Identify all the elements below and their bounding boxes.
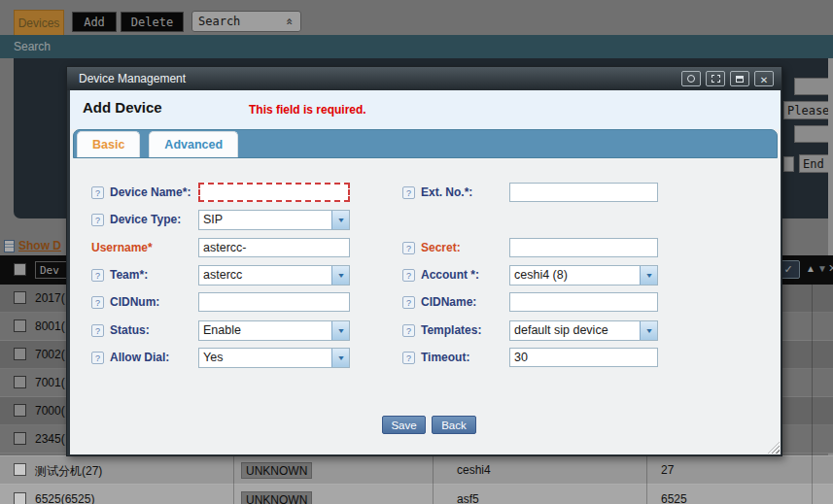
tab-basic-label: Basic bbox=[92, 138, 124, 151]
device-name-field[interactable] bbox=[198, 183, 350, 202]
tab-advanced[interactable]: Advanced bbox=[149, 131, 238, 157]
row-checkbox[interactable] bbox=[14, 463, 26, 476]
account-value: ceshi4 (8) bbox=[510, 268, 640, 282]
dialog-body: Add Device This field is required. Basic… bbox=[70, 90, 781, 454]
cidnum-field[interactable] bbox=[198, 292, 350, 312]
username-field[interactable] bbox=[198, 238, 350, 257]
fullscreen-button[interactable] bbox=[706, 71, 725, 86]
team-select[interactable]: astercc bbox=[198, 265, 350, 286]
account-label: Account *: bbox=[421, 268, 479, 282]
templates-select[interactable]: default sip device bbox=[509, 320, 658, 341]
allow-dial-select[interactable]: Yes bbox=[198, 348, 350, 368]
validation-error-text: This field is required. bbox=[249, 103, 366, 117]
device-name: 测试分机(27) bbox=[35, 463, 102, 480]
allow-dial-label: Allow Dial: bbox=[110, 351, 169, 364]
help-icon[interactable] bbox=[402, 269, 415, 282]
chevron-down-icon[interactable] bbox=[331, 349, 349, 367]
help-icon[interactable] bbox=[91, 269, 104, 282]
device-name: 6525(6525) bbox=[35, 492, 94, 504]
help-icon[interactable] bbox=[91, 186, 104, 199]
secret-label: Secret: bbox=[421, 241, 461, 254]
device-management-dialog: Device Management Add Device This field … bbox=[66, 66, 782, 456]
help-icon[interactable] bbox=[91, 352, 104, 364]
device-type-label: Device Type: bbox=[110, 213, 181, 226]
status-select[interactable]: Enable bbox=[198, 320, 350, 341]
table-row[interactable]: 6525(6525) UNKNOWN asf5 6525 bbox=[0, 486, 833, 504]
collapse-button[interactable] bbox=[681, 71, 701, 86]
ext-no-label: Ext. No.*: bbox=[421, 185, 472, 199]
templates-value: default sip device bbox=[510, 323, 640, 337]
dialog-title: Device Management bbox=[79, 72, 681, 85]
restore-icon bbox=[736, 76, 744, 83]
chevron-down-icon[interactable] bbox=[640, 321, 657, 340]
status-badge: UNKNOWN bbox=[241, 462, 312, 479]
help-icon[interactable] bbox=[402, 352, 415, 364]
close-button[interactable] bbox=[754, 71, 774, 86]
device-name-label: Device Name*: bbox=[110, 185, 191, 199]
timeout-field[interactable] bbox=[509, 348, 658, 367]
back-button[interactable]: Back bbox=[432, 416, 476, 434]
templates-label: Templates: bbox=[421, 323, 481, 337]
dialog-header: Add Device This field is required. bbox=[70, 90, 781, 129]
help-icon[interactable] bbox=[402, 296, 415, 309]
account-cell: ceshi4 bbox=[457, 463, 491, 477]
allow-dial-value: Yes bbox=[199, 351, 331, 364]
tab-basic[interactable]: Basic bbox=[77, 131, 140, 157]
collapse-icon bbox=[687, 75, 695, 83]
chevron-down-icon[interactable] bbox=[331, 321, 349, 340]
status-label: Status: bbox=[110, 323, 150, 337]
help-icon[interactable] bbox=[402, 242, 415, 254]
help-icon[interactable] bbox=[402, 186, 415, 199]
status-value: Enable bbox=[199, 323, 331, 337]
dialog-tabs: Basic Advanced bbox=[73, 129, 778, 158]
help-icon[interactable] bbox=[402, 324, 415, 337]
save-button[interactable]: Save bbox=[382, 416, 426, 434]
page-title: Add Device bbox=[83, 99, 162, 116]
ext-no-field[interactable] bbox=[509, 183, 658, 202]
team-value: astercc bbox=[199, 268, 331, 282]
ext-cell: 27 bbox=[661, 463, 674, 477]
chevron-down-icon[interactable] bbox=[640, 266, 657, 285]
ext-cell: 6525 bbox=[661, 492, 687, 504]
status-badge: UNKNOWN bbox=[241, 491, 312, 504]
cidname-label: CIDName: bbox=[421, 295, 476, 309]
team-label: Team*: bbox=[110, 268, 148, 282]
chevron-down-icon[interactable] bbox=[331, 266, 349, 285]
account-cell: asf5 bbox=[457, 492, 479, 504]
account-select[interactable]: ceshi4 (8) bbox=[509, 265, 658, 286]
help-icon[interactable] bbox=[91, 296, 104, 309]
tab-advanced-label: Advanced bbox=[164, 138, 223, 151]
fullscreen-icon bbox=[712, 75, 720, 83]
timeout-label: Timeout: bbox=[421, 351, 469, 364]
row-checkbox[interactable] bbox=[14, 492, 26, 504]
restore-button[interactable] bbox=[730, 71, 749, 86]
secret-field[interactable] bbox=[509, 238, 658, 257]
chevron-down-icon[interactable] bbox=[331, 211, 349, 229]
close-icon bbox=[760, 70, 768, 87]
cidname-field[interactable] bbox=[509, 292, 658, 312]
table-row[interactable]: 测试分机(27) UNKNOWN ceshi4 27 bbox=[0, 456, 833, 485]
help-icon[interactable] bbox=[91, 214, 104, 226]
device-type-select[interactable]: SIP bbox=[198, 210, 350, 230]
help-icon[interactable] bbox=[91, 324, 104, 337]
username-label: Username* bbox=[91, 241, 153, 254]
device-type-value: SIP bbox=[199, 213, 331, 226]
cidnum-label: CIDNum: bbox=[110, 295, 159, 309]
dialog-titlebar[interactable]: Device Management bbox=[67, 67, 781, 90]
